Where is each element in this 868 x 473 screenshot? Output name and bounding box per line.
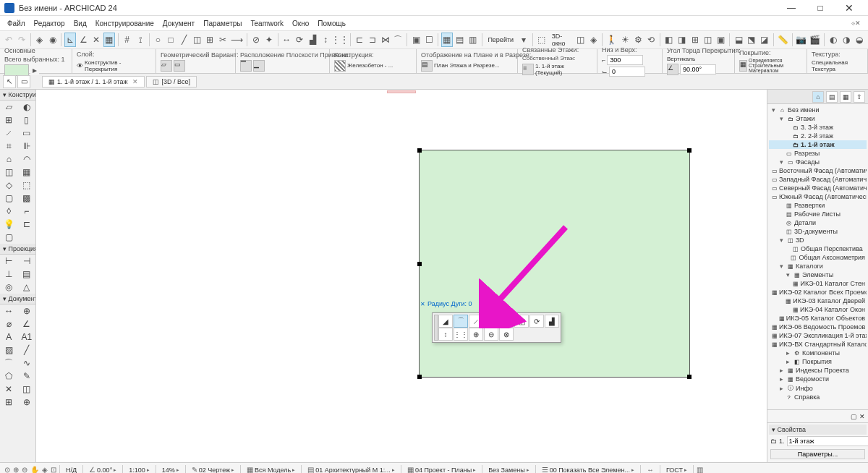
- shell-tool-icon[interactable]: ◠: [18, 153, 36, 166]
- vb-arch[interactable]: ▤01 Архитектурный М 1:...▸: [305, 466, 398, 473]
- t1-icon[interactable]: ◐: [827, 33, 839, 47]
- display-icon[interactable]: ▤: [421, 60, 433, 72]
- radial-tool-icon[interactable]: ⌀: [0, 318, 18, 331]
- circle-icon[interactable]: ○: [152, 33, 163, 47]
- fill-tool-icon[interactable]: ▨: [0, 344, 18, 357]
- snap-intersect-icon[interactable]: ✕: [90, 33, 102, 47]
- cut-icon[interactable]: ✂: [217, 33, 229, 47]
- line-icon[interactable]: ╱: [178, 33, 190, 47]
- zoom6-icon[interactable]: ⊡: [51, 466, 56, 473]
- drop-icon[interactable]: ◉: [47, 33, 59, 47]
- vb-drawing[interactable]: ✎02 Чертеж▸: [189, 466, 237, 473]
- nav-new-icon[interactable]: ▢: [851, 413, 857, 420]
- angle-tool-icon[interactable]: ∠: [18, 318, 36, 331]
- plane-bot-icon[interactable]: ▁: [253, 60, 265, 72]
- suspend-icon[interactable]: ⊘: [250, 33, 262, 47]
- plane-top-icon[interactable]: ▔: [240, 60, 252, 72]
- opening-tool-icon[interactable]: ◊: [0, 205, 18, 218]
- struct-icon[interactable]: [334, 60, 346, 72]
- ruler-icon[interactable]: ⟟: [135, 33, 146, 47]
- nav-facade-south[interactable]: ▭Южный Фасад (Автоматически П: [769, 192, 867, 201]
- angle-icon[interactable]: ∠: [667, 64, 678, 75]
- section-icon[interactable]: ▤: [454, 33, 466, 47]
- layer-value[interactable]: Конструктив - Перекрытия: [85, 59, 151, 72]
- slab-tool-icon[interactable]: ▭: [18, 127, 36, 140]
- extra-tool-icon[interactable]: ▢: [0, 231, 18, 244]
- trace-ref-icon[interactable]: ▣: [410, 33, 422, 47]
- snap-perp-icon[interactable]: ⊾: [64, 33, 76, 47]
- adjust-icon[interactable]: ⊐: [367, 33, 378, 47]
- nav-layout-icon[interactable]: ▦: [840, 91, 851, 103]
- t3-icon[interactable]: ◒: [854, 33, 865, 47]
- render-icon[interactable]: 🎬: [809, 33, 821, 47]
- window-pin[interactable]: ⟐✕: [847, 18, 865, 28]
- menu-document[interactable]: Документ: [158, 18, 199, 29]
- vb-angle[interactable]: ∠0.00°▸: [86, 466, 119, 473]
- view1-icon[interactable]: ◧: [663, 33, 675, 47]
- zoom5-icon[interactable]: ◈: [42, 466, 48, 473]
- pet-rotate-icon[interactable]: ⟳: [529, 315, 544, 328]
- move-icon[interactable]: ↔: [281, 33, 292, 47]
- axo-icon[interactable]: ◈: [587, 33, 599, 47]
- nav-3d-docs[interactable]: ◫3D-документы: [769, 227, 867, 236]
- vb-show[interactable]: ☰00 Показать Все Элемен...▸: [539, 466, 637, 473]
- toolbox-proj-header[interactable]: ▾ Проекция: [0, 244, 35, 255]
- nav-catalog-2[interactable]: ▦ИКЭ-02 Каталог Всех Проемо: [769, 288, 867, 297]
- person-icon[interactable]: 🚶: [605, 33, 618, 47]
- nav-catalog-6[interactable]: ▦ИКЭ-06 Ведомость Проемов: [769, 323, 867, 331]
- change-tool-icon[interactable]: △: [18, 281, 36, 294]
- menu-view[interactable]: Вид: [69, 18, 91, 29]
- params-button[interactable]: Параметры...: [770, 449, 865, 459]
- pet-tangent-icon[interactable]: ⟋: [469, 315, 483, 328]
- pick-icon[interactable]: ◈: [34, 33, 46, 47]
- grid-tool-icon[interactable]: ⊞: [0, 396, 18, 409]
- pet-sub-icon[interactable]: ⊖: [484, 328, 498, 341]
- pet-edge-offset-icon[interactable]: ▱: [484, 315, 498, 328]
- dim-tool-icon[interactable]: ↔: [0, 304, 18, 318]
- goto-label[interactable]: Перейти: [485, 36, 516, 43]
- wend-tool-icon[interactable]: ⊏: [18, 218, 36, 231]
- struct-value[interactable]: Железобетон - ...: [347, 62, 393, 69]
- toolbox-design-header[interactable]: ▾ Конструирова: [0, 90, 35, 101]
- sun-icon[interactable]: ☀: [619, 33, 631, 47]
- arrow-tool-icon[interactable]: ↖: [3, 75, 16, 88]
- texture-value[interactable]: Специальная Текстура: [812, 59, 863, 72]
- menu-options[interactable]: Параметры: [199, 18, 246, 29]
- story-name-input[interactable]: [787, 436, 868, 446]
- explore-icon[interactable]: ⚙: [632, 33, 644, 47]
- redo-icon[interactable]: ↷: [16, 33, 27, 47]
- close-button[interactable]: ✕: [835, 0, 864, 16]
- nav-details[interactable]: ◎Детали: [769, 218, 867, 227]
- menu-window[interactable]: Окно: [288, 18, 313, 29]
- persp-icon[interactable]: ◫: [575, 33, 587, 47]
- nav-unfolds[interactable]: ▥Развертки: [769, 201, 867, 210]
- tab-3d[interactable]: ◫[3D / Все]: [146, 76, 197, 88]
- nav-catalog-8[interactable]: ▦ИКЭ-ВХ Стандартный Каталог: [769, 340, 867, 349]
- plan-view-icon[interactable]: ▦: [441, 33, 453, 47]
- railing-tool-icon[interactable]: ⊪: [18, 140, 36, 153]
- magic-icon[interactable]: ✦: [263, 33, 275, 47]
- nav-axonometry[interactable]: ◫Общая Аксонометрия: [769, 253, 867, 262]
- trim-icon[interactable]: ⊏: [354, 33, 365, 47]
- nav-perspective[interactable]: ◫Общая Перспектива: [769, 244, 867, 253]
- tab-close-icon[interactable]: ✕: [132, 78, 138, 85]
- wall-tool-icon[interactable]: ▱: [0, 101, 18, 114]
- multiply-icon[interactable]: ⋮⋮: [333, 33, 347, 47]
- mirror-icon[interactable]: ▟: [307, 33, 318, 47]
- zone-tool-icon[interactable]: ▢: [0, 192, 18, 205]
- rect-icon[interactable]: □: [165, 33, 176, 47]
- label-tool-icon[interactable]: A1: [18, 331, 36, 344]
- nav-facade-north[interactable]: ▭Северный Фасад (Автоматическ...: [769, 184, 867, 192]
- cover-value[interactable]: Определяется Строительным Материалом: [749, 58, 802, 73]
- mesh-tool-icon[interactable]: ▩: [18, 192, 36, 205]
- angle-input[interactable]: [680, 64, 716, 74]
- ax-tool-icon[interactable]: ⊕: [18, 396, 36, 409]
- zoom1-icon[interactable]: ⊙: [4, 466, 10, 473]
- nav-surfaces[interactable]: ▸◧Покрытия: [769, 357, 867, 366]
- fillet-icon[interactable]: ⌒: [393, 33, 404, 47]
- view3-icon[interactable]: ⊞: [689, 33, 701, 47]
- lamp-tool-icon[interactable]: 💡: [0, 218, 18, 231]
- mark2-icon[interactable]: ⬔: [746, 33, 757, 47]
- props-header[interactable]: ▾ Свойства: [769, 425, 867, 435]
- arc-tool-icon[interactable]: ⌒: [0, 357, 18, 370]
